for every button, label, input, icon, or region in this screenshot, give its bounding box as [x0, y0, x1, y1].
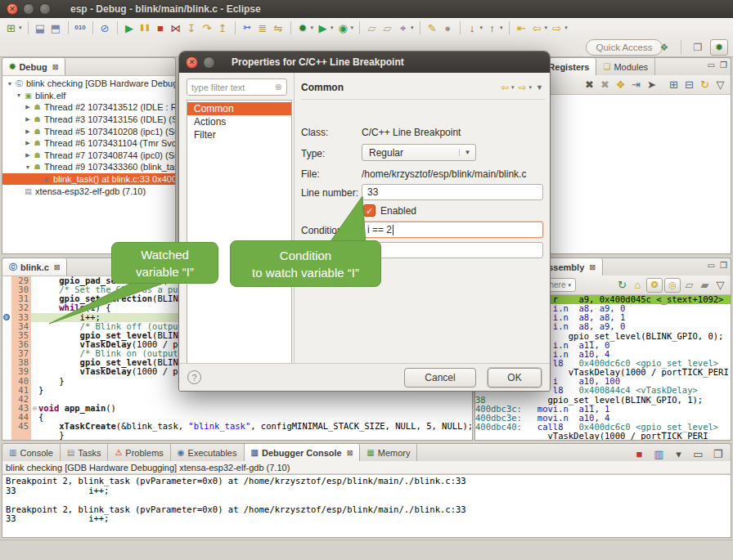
minimize-icon[interactable]: ▭: [708, 61, 715, 69]
marker-bar[interactable]: [2, 358, 11, 367]
chevron-down-icon[interactable]: ▾: [311, 25, 314, 31]
tab-executables[interactable]: ◉Executables: [171, 444, 245, 461]
condition-input[interactable]: i == 2: [362, 222, 543, 238]
mark-occurrences-icon[interactable]: ✎: [425, 20, 439, 35]
marker-bar[interactable]: [2, 303, 11, 312]
line-number[interactable]: [11, 431, 31, 440]
marker-bar[interactable]: [2, 431, 11, 440]
cpp-perspective-icon[interactable]: ❐: [689, 39, 707, 56]
tree-item[interactable]: ▶☗Thread #5 1073410208 (ipc1) (Suspended…: [2, 125, 175, 137]
new-view-icon[interactable]: ▱: [682, 278, 696, 293]
enabled-checkbox[interactable]: ✓: [363, 204, 375, 217]
chevron-down-icon[interactable]: ▾: [331, 25, 334, 31]
open-perspective-icon[interactable]: ❖: [655, 39, 673, 56]
window-minimize-button[interactable]: [23, 3, 34, 15]
open-folder-icon[interactable]: ▱: [365, 20, 379, 35]
ok-button[interactable]: OK: [488, 368, 542, 388]
quick-access-button[interactable]: Quick Access: [586, 39, 663, 56]
expander-icon[interactable]: ▶: [24, 140, 32, 146]
add-register-group-icon[interactable]: ❖: [614, 78, 627, 92]
marker-bar[interactable]: [2, 322, 11, 331]
expander-icon[interactable]: ▼: [24, 164, 32, 170]
clear-filter-icon[interactable]: ⊗: [275, 82, 282, 92]
console-dropdown-icon[interactable]: ▾: [672, 446, 686, 461]
breakpoint-marker-icon[interactable]: ✓: [3, 314, 10, 320]
marker-bar[interactable]: [2, 404, 11, 413]
marker-bar[interactable]: [2, 386, 11, 395]
marker-bar[interactable]: [2, 294, 11, 303]
collapse-icon[interactable]: ⊟: [682, 78, 696, 92]
run-icon[interactable]: ▶: [316, 20, 330, 35]
refresh-icon[interactable]: ↻: [698, 78, 712, 92]
tree-item[interactable]: ▼▣blink.elf: [2, 90, 175, 102]
line-number-input[interactable]: 33: [362, 184, 543, 200]
display-selected-console-icon[interactable]: ▥: [652, 446, 666, 461]
console-output[interactable]: Breakpoint 2, blink_task (pvParameter=0x…: [2, 474, 731, 538]
tab-problems[interactable]: ⚠Problems: [108, 444, 170, 461]
marker-bar[interactable]: [2, 276, 11, 285]
new-wizard-icon[interactable]: ⊞: [4, 20, 18, 35]
view-menu-icon[interactable]: ▼: [536, 83, 543, 92]
dialog-nav-actions[interactable]: Actions: [187, 115, 291, 128]
expander-icon[interactable]: ▶: [24, 104, 32, 110]
suspend-icon[interactable]: ❚❚: [138, 20, 152, 35]
tree-item[interactable]: ▤xtensa-esp32-elf-gdb (7.10): [2, 185, 175, 197]
marker-bar[interactable]: [2, 377, 11, 386]
expander-icon[interactable]: ▼: [6, 81, 14, 87]
chevron-down-icon[interactable]: ▾: [351, 25, 354, 31]
close-icon[interactable]: ⊠: [589, 263, 596, 271]
view-menu-icon[interactable]: ▽: [713, 78, 727, 92]
maximize-icon[interactable]: ❐: [720, 61, 727, 69]
pin-view-icon[interactable]: ▰: [698, 278, 712, 293]
expander-icon[interactable]: ▶: [24, 128, 32, 135]
line-number[interactable]: 32: [11, 303, 31, 312]
tree-item[interactable]: ▶☗Thread #2 1073413512 (IDLE : Running): [2, 101, 175, 114]
marker-bar[interactable]: ✓: [2, 313, 11, 322]
save-icon[interactable]: ⬓: [34, 20, 47, 35]
window-close-button[interactable]: ✕: [7, 3, 18, 15]
tree-item[interactable]: ▶☗Thread #6 1073431104 (Tmr Svc) (Suspen…: [2, 137, 175, 150]
back-icon[interactable]: ⇦: [501, 82, 509, 93]
marker-bar[interactable]: [2, 340, 11, 349]
tab-debugger-console[interactable]: ▥Debugger Console⊠: [245, 444, 361, 461]
marker-bar[interactable]: [2, 422, 11, 431]
skip-breakpoints-icon[interactable]: ⊘: [98, 20, 112, 35]
tab-debug[interactable]: ✹ Debug ⊠: [2, 58, 65, 75]
maximize-icon[interactable]: ❐: [711, 446, 725, 461]
tab-blink-c[interactable]: ⓒ blink.c ⊠: [2, 258, 67, 276]
tree-item[interactable]: ▼ⓒblink checking [GDB Hardware Debugging…: [2, 78, 175, 90]
step-into-icon[interactable]: ↧: [185, 20, 199, 35]
line-number[interactable]: 45: [11, 422, 31, 431]
ignore-count-input[interactable]: 0: [362, 242, 543, 258]
minimize-icon[interactable]: ▭: [708, 262, 715, 270]
marker-bar[interactable]: [2, 395, 11, 404]
track-expression-icon[interactable]: ◎: [664, 278, 681, 293]
view-menu-icon[interactable]: ▽: [713, 278, 727, 293]
next-annotation-icon[interactable]: ↓: [465, 20, 479, 35]
expander-icon[interactable]: ▶: [24, 152, 32, 159]
restore-defaults-icon[interactable]: ⇥: [629, 78, 643, 92]
tab-memory[interactable]: ▦Memory: [360, 444, 417, 461]
forward-icon[interactable]: ⇨: [550, 20, 564, 35]
step-return-icon[interactable]: ↥: [216, 20, 230, 35]
debug-perspective-icon[interactable]: ✹: [710, 39, 728, 56]
refresh-view-icon[interactable]: ↻: [615, 278, 629, 293]
terminate-icon[interactable]: ■: [154, 20, 168, 35]
reverse-toggle-icon[interactable]: ⇋: [272, 20, 286, 35]
sync-active-context-icon[interactable]: ❂: [646, 278, 663, 293]
fold-icon[interactable]: ⊖: [31, 404, 38, 413]
chevron-down-icon[interactable]: ▾: [19, 25, 22, 31]
expand-icon[interactable]: ⊞: [667, 78, 681, 92]
tab-tasks[interactable]: ▤Tasks: [61, 444, 109, 461]
pointer-icon[interactable]: ➤: [645, 78, 659, 92]
binary-icon[interactable]: 010: [74, 20, 88, 35]
dialog-nav-filter[interactable]: Filter: [187, 128, 291, 141]
marker-bar[interactable]: [2, 349, 11, 358]
tab-console[interactable]: ▥Console: [2, 444, 61, 461]
back-icon[interactable]: ⇦: [530, 20, 544, 35]
external-tools-icon[interactable]: ◉: [336, 20, 350, 35]
tab-modules[interactable]: ❏ Modules: [596, 58, 655, 75]
expander-icon[interactable]: ▶: [24, 116, 32, 123]
save-all-icon[interactable]: ⬒: [49, 20, 63, 35]
minimize-icon[interactable]: ▭: [691, 446, 705, 461]
